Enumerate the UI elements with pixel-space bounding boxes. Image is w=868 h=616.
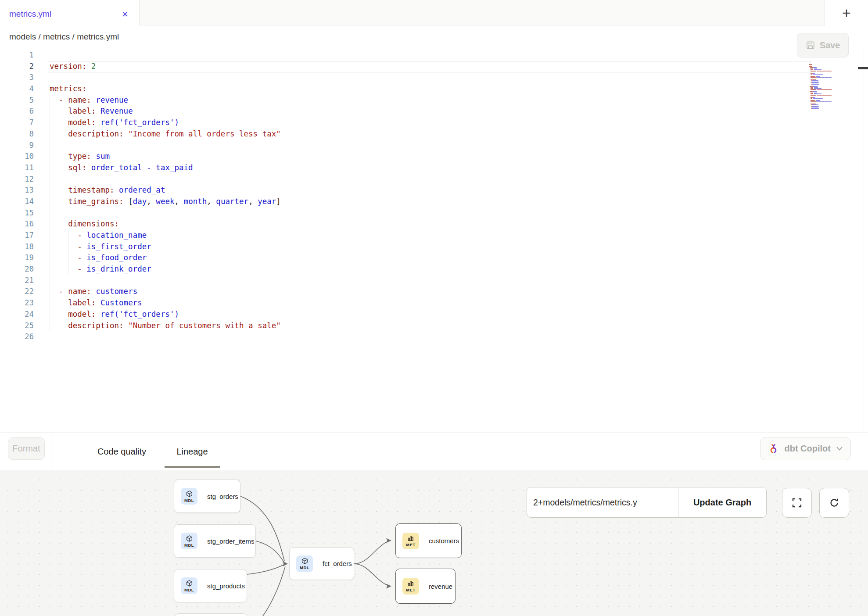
edge-fct_orders-to-revenue: [354, 564, 389, 586]
code-line: 1: [0, 50, 868, 61]
lineage-node-stg_order_items[interactable]: MDL stg_order_items: [174, 524, 256, 558]
lineage-node-customers[interactable]: MET customers: [395, 523, 462, 558]
line-content: timestamp: ordered_at: [50, 185, 165, 196]
scrollbar-track: [864, 48, 864, 432]
code-line: 23 label: Customers: [0, 297, 868, 309]
code-line: 24 model: ref('fct_orders'): [0, 309, 868, 320]
line-number: 7: [0, 117, 34, 129]
indent-guide: [59, 264, 59, 275]
toolbar-divider: [53, 433, 53, 470]
indent-guide: [59, 230, 59, 241]
lineage-node-revenue[interactable]: MET revenue: [395, 569, 456, 604]
node-type-label: MDL: [184, 543, 194, 548]
active-tab-underline: [165, 466, 220, 468]
code-line: 17 - location_name: [0, 230, 868, 241]
line-number: 17: [0, 230, 34, 241]
code-line: 21: [0, 275, 868, 287]
code-line: 18 - is_first_order: [0, 241, 868, 253]
new-tab-button[interactable]: +: [825, 0, 868, 25]
code-line: 14 time_grains: [day, week, month, quart…: [0, 196, 868, 208]
indent-guide: [50, 320, 50, 332]
node-label: stg_orders: [207, 493, 238, 500]
lineage-node-fct_orders[interactable]: MDL fct_orders: [289, 547, 354, 580]
code-line: 2 version: 2: [0, 61, 868, 72]
indent-guide: [50, 208, 50, 219]
code-editor[interactable]: 1 2 version: 2 3 4 metrics: 5 - name: re…: [0, 48, 868, 432]
code-line: 22 - name: customers: [0, 286, 868, 297]
node-label: revenue: [429, 583, 452, 590]
lineage-node-partial[interactable]: MDL: [175, 613, 247, 616]
metric-chart-icon: [407, 580, 414, 587]
fullscreen-button[interactable]: [782, 488, 812, 518]
model-cube-icon: [301, 557, 308, 565]
refresh-icon: [828, 497, 840, 509]
line-number: 2: [0, 61, 34, 72]
indent-guide: [59, 185, 59, 196]
node-type-label: MDL: [184, 587, 194, 592]
indent-guide: [59, 129, 59, 140]
tab-metrics-yml[interactable]: metrics.yml ✕: [0, 0, 140, 25]
code-line: 3: [0, 72, 868, 83]
line-number: 20: [0, 264, 34, 275]
indent-guide: [50, 286, 50, 297]
dbt-copilot-button[interactable]: dbt Copilot: [760, 437, 851, 460]
line-content: - name: customers: [50, 286, 137, 297]
lineage-node-stg_orders[interactable]: MDL stg_orders: [174, 480, 240, 513]
tab-code-quality[interactable]: Code quality: [91, 433, 152, 470]
indent-guide: [59, 140, 59, 151]
node-type-label: MDL: [300, 565, 309, 570]
lineage-panel[interactable]: MDL stg_orders MDL stg_order_items MDL s…: [0, 470, 868, 616]
update-graph-button[interactable]: Update Graph: [678, 487, 766, 517]
line-number: 11: [0, 162, 34, 174]
lineage-node-stg_products[interactable]: MDL stg_products: [174, 569, 247, 602]
indent-guide: [59, 297, 59, 309]
line-content: model: ref('fct_orders'): [50, 309, 179, 320]
graph-selector-input[interactable]: [527, 487, 678, 517]
graph-selector-group: Update Graph: [527, 487, 767, 518]
model-cube-icon: [186, 490, 193, 498]
indent-guide: [50, 297, 50, 309]
line-content: time_grains: [day, week, month, quarter,…: [50, 196, 281, 208]
code-line: 16 dimensions:: [0, 218, 868, 230]
save-label: Save: [820, 40, 840, 50]
copilot-label: dbt Copilot: [784, 444, 831, 454]
line-content: - location_name: [50, 230, 147, 241]
indent-guide: [59, 106, 59, 117]
line-content: label: Customers: [50, 297, 142, 309]
indent-guide: [50, 196, 50, 208]
edge-stg_products-to-fct_orders: [247, 565, 284, 574]
line-number: 4: [0, 83, 34, 95]
tab-bar: metrics.yml ✕ +: [0, 0, 868, 25]
line-content: label: Revenue: [50, 106, 133, 117]
close-icon[interactable]: ✕: [122, 10, 129, 18]
tab-lineage[interactable]: Lineage: [165, 433, 220, 470]
node-type-badge: MDL: [181, 488, 197, 505]
line-number: 3: [0, 72, 34, 83]
save-button[interactable]: Save: [797, 33, 849, 57]
format-button[interactable]: Format: [8, 437, 45, 460]
line-content: - is_drink_order: [50, 264, 151, 275]
format-label: Format: [12, 444, 40, 454]
indent-guide: [50, 252, 50, 264]
node-type-label: MDL: [184, 498, 194, 503]
indent-guide: [68, 230, 68, 241]
indent-guide: [59, 117, 59, 129]
line-number: 22: [0, 286, 34, 297]
node-type-label: MET: [406, 542, 415, 547]
indent-guide: [50, 309, 50, 320]
code-line: 10 type: sum: [0, 151, 868, 162]
ide-window: metrics.yml ✕ + models / metrics / metri…: [0, 0, 868, 616]
minimap-line: [809, 109, 834, 110]
tab-strip-empty: [140, 0, 825, 25]
scrollbar-thumb[interactable]: [858, 67, 868, 69]
refresh-button[interactable]: [819, 488, 849, 518]
minimap[interactable]: [809, 63, 834, 110]
indent-guide: [68, 264, 68, 275]
node-type-badge: MDL: [296, 555, 313, 572]
plus-icon: +: [842, 4, 851, 21]
metric-chart-icon: [407, 535, 414, 542]
edge-fct_orders-to-customers: [354, 541, 389, 564]
line-number: 16: [0, 218, 34, 230]
node-type-badge: MET: [402, 533, 419, 549]
indent-guide: [50, 162, 50, 174]
